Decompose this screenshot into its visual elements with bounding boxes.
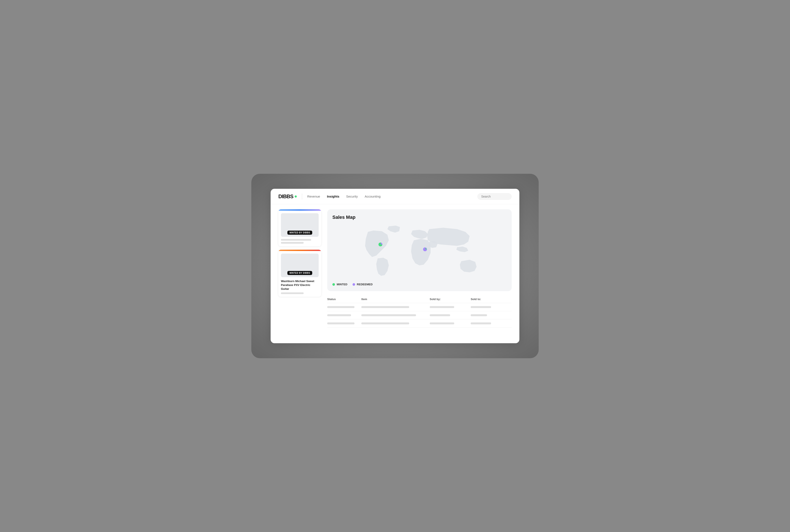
row-1-sold-by (430, 306, 455, 308)
table-row (327, 319, 512, 327)
map-container (332, 224, 506, 279)
map-section: Sales Map (327, 209, 512, 291)
app-window: DIBBS Revenue Insights Security Accounti… (271, 189, 519, 343)
table-row (327, 311, 512, 319)
table-header-item: Item (361, 298, 430, 301)
sidebar: MINTED BY DIBBS MINTED BY DIBBS (278, 209, 321, 327)
row-3-item (361, 322, 409, 324)
main-nav: Revenue Insights Security Accounting (307, 194, 472, 199)
card-2-image: MINTED BY DIBBS (281, 253, 319, 277)
map-legend: MINTED REDEEMED (332, 283, 506, 286)
nav-accounting[interactable]: Accounting (365, 194, 381, 199)
world-map-svg (332, 224, 506, 279)
table-header: Status Item Sold by: Sold to: (327, 296, 512, 303)
row-2-item (361, 314, 416, 316)
card-1-body: MINTED BY DIBBS (278, 211, 321, 246)
right-panel: Sales Map (327, 209, 512, 327)
legend-minted: MINTED (332, 283, 347, 286)
table-header-status: Status (327, 298, 361, 301)
header-divider (302, 193, 302, 200)
nav-security[interactable]: Security (346, 194, 358, 199)
table-header-sold-by: Sold by: (430, 298, 471, 301)
card-2-body: MINTED BY DIBBS Washburn Michael Sweet P… (278, 251, 321, 297)
search-input[interactable] (477, 193, 512, 200)
row-2-sold-by (430, 314, 450, 316)
logo: DIBBS (278, 193, 297, 200)
card-line (281, 242, 304, 244)
nav-revenue[interactable]: Revenue (307, 194, 320, 199)
redeemed-dot (352, 283, 355, 286)
row-1-status (327, 306, 354, 308)
nav-insights[interactable]: Insights (327, 194, 340, 199)
minted-label: MINTED (337, 283, 347, 286)
table-header-sold-to: Sold to: (471, 298, 512, 301)
legend-redeemed: REDEEMED (352, 283, 373, 286)
outer-bg: DIBBS Revenue Insights Security Accounti… (251, 174, 539, 358)
row-3-sold-by (430, 322, 455, 324)
card-2-title: Washburn Michael Sweet Parallaxe PXV Ele… (281, 279, 319, 291)
header: DIBBS Revenue Insights Security Accounti… (271, 189, 519, 204)
row-1-item (361, 306, 409, 308)
logo-text: DIBBS (278, 193, 293, 200)
table-row (327, 303, 512, 311)
redeemed-label: REDEEMED (357, 283, 373, 286)
row-2-status (327, 314, 351, 316)
card-1-badge: MINTED BY DIBBS (287, 231, 312, 235)
row-1-sold-to (471, 306, 491, 308)
sidebar-card-1[interactable]: MINTED BY DIBBS (278, 209, 321, 246)
card-line (281, 239, 311, 241)
row-3-sold-to (471, 322, 491, 324)
card-1-image: MINTED BY DIBBS (281, 213, 319, 237)
table-section: Status Item Sold by: Sold to: (327, 296, 512, 327)
card-2-badge: MINTED BY DIBBS (287, 271, 312, 275)
minted-dot (332, 283, 335, 286)
card-line (281, 292, 304, 294)
sidebar-card-2[interactable]: MINTED BY DIBBS Washburn Michael Sweet P… (278, 250, 321, 297)
logo-dot (295, 195, 297, 197)
card-1-lines (281, 239, 319, 244)
card-2-lines (281, 292, 319, 294)
row-3-status (327, 322, 354, 324)
sales-map-title: Sales Map (332, 214, 506, 220)
main-content: MINTED BY DIBBS MINTED BY DIBBS (271, 204, 519, 335)
row-2-sold-to (471, 314, 487, 316)
